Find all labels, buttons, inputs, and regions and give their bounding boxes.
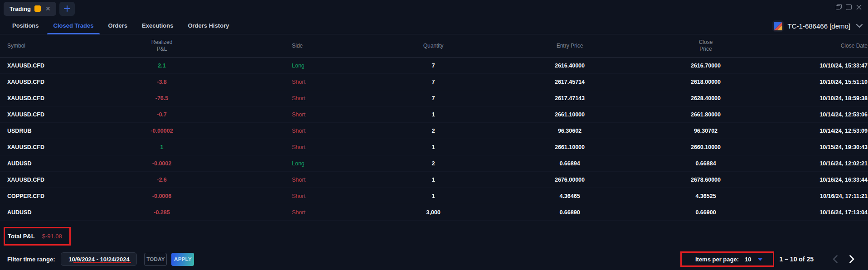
window-restore-icon[interactable]	[836, 4, 842, 10]
table-row[interactable]: XAUUSD.CFD-3.8Short72617.457142618.00000…	[0, 74, 868, 90]
cell-symbol: XAUUSD.CFD	[0, 177, 104, 183]
date-range-input[interactable]: 10/9/2024 - 10/24/2024	[61, 252, 137, 266]
table-header: SymbolRealizedP&LSideQuantityEntry Price…	[0, 34, 868, 58]
next-page-button[interactable]	[849, 255, 854, 263]
cell-close: 0.66884	[631, 160, 781, 167]
table-row[interactable]: XAUUSD.CFD-0.7Short12661.100002661.80000…	[0, 106, 868, 123]
cell-side: Long	[219, 160, 358, 167]
cell-date: 10/15/24, 19:30:43	[781, 144, 868, 150]
previous-page-button[interactable]	[833, 255, 838, 263]
table-row[interactable]: XAUUSD.CFD-2.6Short12676.000002678.60000…	[0, 172, 868, 188]
workspace-tab-trading[interactable]: Trading ✕	[4, 2, 56, 16]
cell-realized: -76.5	[104, 95, 219, 101]
cell-symbol: AUDUSD	[0, 160, 104, 167]
window-controls	[836, 4, 862, 10]
account-selector[interactable]: TC-1-686466 [demo]	[772, 17, 863, 34]
cell-close: 2628.40000	[631, 95, 781, 101]
cell-realized: -0.285	[104, 209, 219, 216]
cell-date: 10/16/24, 16:33:44	[781, 177, 868, 183]
annotation-box-items-per-page: Items per page: 10	[680, 251, 774, 267]
today-button[interactable]: TODAY	[144, 253, 167, 266]
add-workspace-button[interactable]	[59, 2, 75, 16]
workspace-chip-bar: Trading ✕	[0, 0, 868, 17]
cell-date: 10/10/24, 15:51:10	[781, 79, 868, 85]
cell-quantity: 7	[358, 63, 509, 69]
total-pnl-value: $-91.08	[42, 233, 62, 240]
cell-date: 10/16/24, 12:02:21	[781, 160, 868, 167]
date-range-value: 10/9/2024 - 10/24/2024	[68, 256, 129, 263]
table-row[interactable]: USDRUB-0.00002Short296.3060296.3070210/1…	[0, 123, 868, 139]
cell-date: 10/14/24, 12:53:06	[781, 111, 868, 118]
cell-side: Short	[219, 144, 358, 150]
table-row[interactable]: XAUUSD.CFD1Short12661.100002660.1000010/…	[0, 139, 868, 155]
items-per-page-value: 10	[745, 256, 751, 263]
cell-side: Short	[219, 79, 358, 85]
cell-quantity: 7	[358, 95, 509, 101]
cell-quantity: 2	[358, 128, 509, 134]
cell-entry: 2676.00000	[509, 177, 631, 183]
total-pnl-label: Total P&L	[8, 233, 35, 240]
items-per-page-select[interactable]: 10	[745, 256, 762, 263]
chevron-right-icon	[849, 255, 854, 263]
cell-quantity: 3,000	[358, 209, 509, 216]
window-close-icon[interactable]	[856, 4, 862, 10]
cell-side: Short	[219, 128, 358, 134]
cell-symbol: COPPER.CFD	[0, 193, 104, 199]
tab-orders-history[interactable]: Orders History	[181, 17, 235, 34]
cell-realized: -0.00002	[104, 128, 219, 134]
tab-orders[interactable]: Orders	[102, 17, 134, 34]
cell-side: Short	[219, 209, 358, 216]
window-maximize-icon[interactable]	[846, 4, 852, 10]
annotation-box-total-pnl: Total P&L $-91.08	[4, 227, 71, 246]
cell-date: 10/10/24, 18:59:38	[781, 95, 868, 101]
cell-close: 4.36525	[631, 193, 781, 199]
cell-symbol: XAUUSD.CFD	[0, 95, 104, 101]
cell-quantity: 1	[358, 144, 509, 150]
cell-side: Short	[219, 111, 358, 118]
filter-time-range-label: Filter time range:	[7, 256, 55, 263]
tab-closed-trades[interactable]: Closed Trades	[47, 17, 100, 34]
cell-entry: 2617.47143	[509, 95, 631, 101]
cell-realized: -0.7	[104, 111, 219, 118]
cell-realized: -0.0002	[104, 160, 219, 167]
cell-symbol: XAUUSD.CFD	[0, 79, 104, 85]
cell-close: 2616.70000	[631, 63, 781, 69]
cell-entry: 96.30602	[509, 128, 631, 134]
plus-icon	[63, 5, 71, 12]
cell-realized: -0.0006	[104, 193, 219, 199]
cell-quantity: 7	[358, 79, 509, 85]
cell-realized: 1	[104, 144, 219, 150]
tab-executions[interactable]: Executions	[136, 17, 179, 34]
cell-date: 10/16/24, 17:11:21	[781, 193, 868, 199]
table-row[interactable]: XAUUSD.CFD2.1Long72616.400002616.7000010…	[0, 58, 868, 74]
account-name: TC-1-686466 [demo]	[788, 22, 850, 30]
cell-close: 2678.60000	[631, 177, 781, 183]
cell-side: Long	[219, 63, 358, 69]
cell-date: 10/16/24, 17:13:04	[781, 209, 868, 216]
table-body: XAUUSD.CFD2.1Long72616.400002616.7000010…	[0, 58, 868, 221]
cell-quantity: 1	[358, 177, 509, 183]
table-row[interactable]: XAUUSD.CFD-76.5Short72617.471432628.4000…	[0, 90, 868, 106]
cell-entry: 2661.10000	[509, 144, 631, 150]
workspace-tab-close-icon[interactable]: ✕	[44, 5, 52, 13]
apply-button[interactable]: APPLY	[171, 253, 194, 266]
table-row[interactable]: AUDUSD-0.0002Long20.668940.6688410/16/24…	[0, 155, 868, 172]
pagination-controls: Items per page: 10 1 – 10 of 25	[680, 251, 854, 267]
cell-entry: 0.66894	[509, 160, 631, 167]
cell-quantity: 1	[358, 111, 509, 118]
cell-close: 0.66900	[631, 209, 781, 216]
table-row[interactable]: AUDUSD-0.285Short3,0000.668900.6690010/1…	[0, 204, 868, 221]
table-row[interactable]: COPPER.CFD-0.0006Short14.364654.3652510/…	[0, 188, 868, 204]
column-header-date: Close Date	[781, 43, 868, 49]
cell-realized: -2.6	[104, 177, 219, 183]
workspace-color-swatch-icon	[34, 5, 41, 12]
cell-side: Short	[219, 193, 358, 199]
trading-app-window: Trading ✕ PositionsClosed TradesOrdersEx…	[0, 0, 868, 270]
cell-quantity: 2	[358, 160, 509, 167]
cell-entry: 0.66890	[509, 209, 631, 216]
tab-positions[interactable]: Positions	[6, 17, 45, 34]
cell-symbol: XAUUSD.CFD	[0, 144, 104, 150]
column-header-symbol: Symbol	[0, 43, 104, 49]
cell-symbol: AUDUSD	[0, 209, 104, 216]
cell-symbol: XAUUSD.CFD	[0, 111, 104, 118]
